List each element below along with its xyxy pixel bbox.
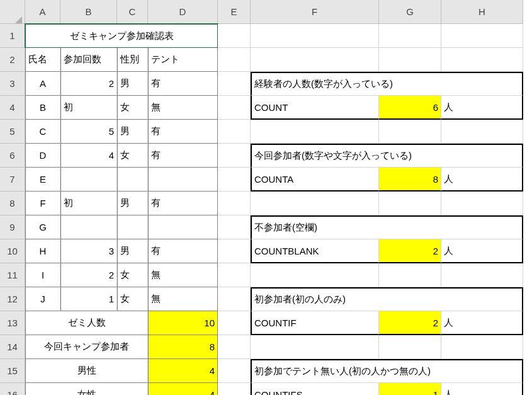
table-cell[interactable]: 無 [148,96,218,120]
cell-F14[interactable] [251,335,379,359]
table-cell[interactable]: 有 [148,72,218,96]
summary-male-label[interactable]: 男性 [25,359,148,383]
table-cell[interactable]: 男 [117,72,148,96]
row-header-1[interactable]: 1 [0,24,25,48]
cell-G14[interactable] [379,335,441,359]
cell-F2[interactable] [251,48,379,72]
cell-E4[interactable] [218,96,251,120]
table-cell[interactable]: 3 [60,239,117,263]
table-cell[interactable] [117,168,148,192]
cell-G8[interactable] [379,192,441,215]
card5-func[interactable]: COUNTIFS [251,383,379,395]
table-cell[interactable]: 有 [148,144,218,168]
card3-value[interactable]: 2 [379,239,441,263]
cell-E11[interactable] [218,263,251,287]
cell-G1[interactable] [379,24,441,48]
cell-G11[interactable] [379,263,441,287]
cell-E6[interactable] [218,144,251,168]
cell-E13[interactable] [218,311,251,335]
cell-H2[interactable] [441,48,523,72]
table-cell[interactable]: 無 [148,263,218,287]
card4-unit[interactable]: 人 [441,311,523,335]
cell-F8[interactable] [251,192,379,215]
cell-H11[interactable] [441,263,523,287]
table-cell[interactable]: 4 [60,144,117,168]
card1-value[interactable]: 6 [379,96,441,120]
col-header-F[interactable]: F [251,0,379,24]
row-header-8[interactable]: 8 [0,192,25,215]
cell-F11[interactable] [251,263,379,287]
table-cell[interactable]: I [25,263,60,287]
card2-value[interactable]: 8 [379,168,441,192]
card2-unit[interactable]: 人 [441,168,523,192]
row-header-16[interactable]: 16 [0,383,25,395]
summary-male-value[interactable]: 4 [148,359,218,383]
card3-func[interactable]: COUNTBLANK [251,239,379,263]
table-cell[interactable]: J [25,287,60,311]
table-cell[interactable]: 男 [117,120,148,144]
col-header-C[interactable]: C [117,0,148,24]
card4-value[interactable]: 2 [379,311,441,335]
card4-func[interactable]: COUNTIF [251,311,379,335]
row-header-14[interactable]: 14 [0,335,25,359]
table-cell[interactable]: 2 [60,72,117,96]
summary-female-value[interactable]: 4 [148,383,218,395]
card5-title[interactable]: 初参加でテント無い人(初の人かつ無の人) [251,359,523,383]
row-header-5[interactable]: 5 [0,120,25,144]
table-cell[interactable]: 女 [117,144,148,168]
cell-E3[interactable] [218,72,251,96]
cell-F5[interactable] [251,120,379,144]
cell-E1[interactable] [218,24,251,48]
card1-title[interactable]: 経験者の人数(数字が入っている) [251,72,523,96]
summary-camp-value[interactable]: 8 [148,335,218,359]
table-cell[interactable]: C [25,120,60,144]
cell-H14[interactable] [441,335,523,359]
row-header-3[interactable]: 3 [0,72,25,96]
row-header-9[interactable]: 9 [0,215,25,239]
cell-H8[interactable] [441,192,523,215]
col-header-E[interactable]: E [218,0,251,24]
cell-E10[interactable] [218,239,251,263]
table-cell[interactable]: E [25,168,60,192]
header-sex[interactable]: 性別 [117,48,148,72]
table-cell[interactable]: D [25,144,60,168]
col-header-D[interactable]: D [148,0,218,24]
table-cell[interactable]: 女 [117,263,148,287]
row-header-6[interactable]: 6 [0,144,25,168]
cell-E12[interactable] [218,287,251,311]
cell-E5[interactable] [218,120,251,144]
row-header-2[interactable]: 2 [0,48,25,72]
spreadsheet-grid[interactable]: A B C D E F G H 1 ゼミキャンプ参加確認表 2 氏名 参加回数 … [0,0,532,395]
table-cell[interactable]: 2 [60,263,117,287]
table-cell[interactable] [60,215,117,239]
cell-H5[interactable] [441,120,523,144]
table-cell[interactable]: 初 [60,96,117,120]
table-cell[interactable]: 有 [148,120,218,144]
row-header-11[interactable]: 11 [0,263,25,287]
row-header-4[interactable]: 4 [0,96,25,120]
table-cell[interactable] [117,215,148,239]
header-count[interactable]: 参加回数 [60,48,117,72]
table-cell[interactable]: 男 [117,192,148,215]
cell-E16[interactable] [218,383,251,395]
summary-total-value[interactable]: 10 [148,311,218,335]
col-header-A[interactable]: A [25,0,60,24]
select-all-corner[interactable] [0,0,25,24]
table-cell[interactable]: H [25,239,60,263]
summary-camp-label[interactable]: 今回キャンプ参加者 [25,335,148,359]
col-header-H[interactable]: H [441,0,523,24]
card3-unit[interactable]: 人 [441,239,523,263]
title-cell[interactable]: ゼミキャンプ参加確認表 [25,24,218,48]
table-cell[interactable]: 男 [117,239,148,263]
table-cell[interactable]: B [25,96,60,120]
table-cell[interactable]: 女 [117,287,148,311]
col-header-G[interactable]: G [379,0,441,24]
table-cell[interactable] [60,168,117,192]
row-header-15[interactable]: 15 [0,359,25,383]
cell-G2[interactable] [379,48,441,72]
row-header-10[interactable]: 10 [0,239,25,263]
table-cell[interactable]: A [25,72,60,96]
header-name[interactable]: 氏名 [25,48,60,72]
row-header-13[interactable]: 13 [0,311,25,335]
card5-unit[interactable]: 人 [441,383,523,395]
